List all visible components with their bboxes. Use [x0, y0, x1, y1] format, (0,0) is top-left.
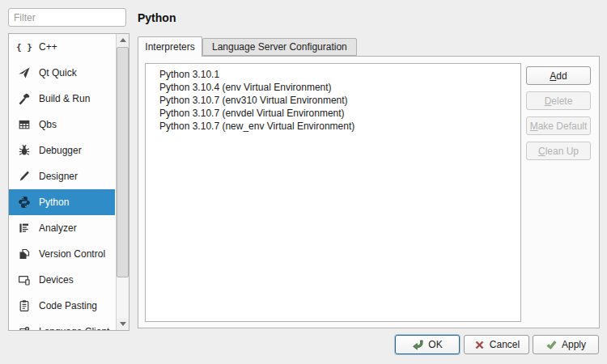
sidebar-item-label: Qt Quick — [39, 67, 77, 78]
sidebar-item-python[interactable]: Python — [9, 189, 115, 215]
ok-return-arrow-icon — [412, 339, 424, 351]
sidebar-item-label: Language Client — [39, 326, 109, 331]
interpreters-panel: Python 3.10.1 Python 3.10.4 (env Virtual… — [138, 56, 600, 328]
interpreter-item[interactable]: Python 3.10.4 (env Virtual Environment) — [159, 81, 520, 94]
braces-icon: { } — [17, 40, 32, 53]
sidebar-item-analyzer[interactable]: Analyzer — [9, 215, 115, 241]
sidebar-item-code-pasting[interactable]: Code Pasting — [9, 293, 115, 319]
scrollbar-thumb[interactable] — [117, 47, 129, 277]
sidebar-item-label: Debugger — [39, 145, 82, 156]
interpreter-item[interactable]: Python 3.10.1 — [159, 68, 520, 81]
sidebar-item-debugger[interactable]: Debugger — [9, 138, 115, 163]
page-title: Python — [138, 11, 176, 24]
delete-button[interactable]: Delete — [526, 91, 591, 110]
sidebar-item-language-client[interactable]: Language Client — [9, 319, 115, 331]
sidebar-item-label: Designer — [39, 171, 78, 182]
cancel-button[interactable]: Cancel — [464, 335, 529, 354]
sidebar-item-build-run[interactable]: Build & Run — [9, 86, 115, 112]
sidebar-item-label: Devices — [39, 274, 74, 286]
sidebar-scrollbar[interactable] — [116, 34, 129, 330]
make-default-button[interactable]: Make Default — [526, 116, 591, 135]
analyzer-bars-icon — [17, 222, 32, 235]
scroll-down-arrow[interactable] — [117, 318, 129, 330]
ok-button[interactable]: OK — [395, 335, 460, 354]
apply-button[interactable]: Apply — [533, 335, 599, 354]
interpreter-list[interactable]: Python 3.10.1 Python 3.10.4 (env Virtual… — [145, 63, 521, 322]
sidebar-item-label: Python — [39, 197, 69, 208]
documents-icon — [17, 248, 32, 260]
sidebar-item-label: Code Pasting — [39, 300, 97, 311]
table-icon — [17, 118, 32, 131]
sidebar-item-qt-quick[interactable]: Qt Quick — [9, 60, 115, 86]
sidebar-item-devices[interactable]: Devices — [9, 267, 115, 293]
clipboard-icon — [17, 299, 32, 312]
python-icon — [17, 196, 32, 209]
options-dialog: { } C++ Qt Quick Build & Run — [0, 0, 607, 364]
sidebar-item-cpp[interactable]: { } C++ — [9, 34, 115, 60]
sidebar-item-label: C++ — [39, 41, 57, 53]
sidebar-item-designer[interactable]: Designer — [9, 163, 115, 189]
sidebar-item-label: Version Control — [39, 248, 105, 260]
apply-check-icon — [545, 339, 558, 351]
clean-up-button[interactable]: Clean Up — [526, 142, 591, 160]
tab-interpreters[interactable]: Interpreters — [138, 36, 202, 57]
language-client-icon — [17, 325, 32, 331]
bug-icon — [17, 144, 32, 157]
interpreter-item[interactable]: Python 3.10.7 (env310 Virtual Environmen… — [159, 94, 520, 107]
tab-language-server-configuration[interactable]: Language Server Configuration — [202, 38, 357, 56]
scroll-up-arrow[interactable] — [117, 34, 129, 46]
pencil-icon — [17, 170, 32, 183]
sidebar-item-label: Qbs — [39, 119, 57, 130]
devices-icon — [17, 273, 32, 286]
sidebar-item-qbs[interactable]: Qbs — [9, 112, 115, 138]
interpreter-item[interactable]: Python 3.10.7 (new_env Virtual Environme… — [159, 120, 520, 133]
sidebar-item-version-control[interactable]: Version Control — [9, 241, 115, 267]
sidebar-item-label: Analyzer — [39, 222, 77, 234]
hammer-icon — [17, 92, 32, 105]
cancel-x-icon — [473, 339, 486, 351]
add-button[interactable]: Add — [526, 66, 591, 85]
category-list: { } C++ Qt Quick Build & Run — [8, 33, 129, 331]
filter-input[interactable] — [8, 8, 126, 27]
qt-quick-icon — [17, 66, 32, 79]
interpreter-item[interactable]: Python 3.10.7 (envdel Virtual Environmen… — [159, 107, 520, 120]
sidebar-item-label: Build & Run — [39, 93, 90, 104]
